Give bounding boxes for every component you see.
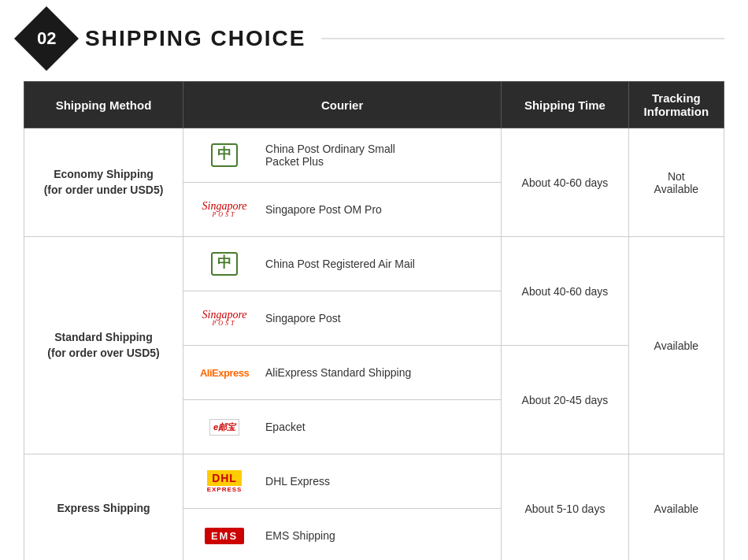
method-economy: Economy Shipping(for order under USD5) xyxy=(24,128,183,237)
col-header-courier: Courier xyxy=(183,82,502,128)
svg-text:中: 中 xyxy=(217,254,231,270)
tracking-express: Available xyxy=(628,454,724,561)
method-express: Express Shipping xyxy=(24,454,183,561)
time-standard-1: About 40-60 days xyxy=(502,237,629,346)
col-header-tracking: TrackingInformation xyxy=(628,82,724,128)
courier-name-aliexpress: AliExpress Standard Shipping xyxy=(265,366,411,379)
courier-dhl: DHL EXPRESS DHL Express xyxy=(183,454,502,509)
header-divider xyxy=(321,38,724,39)
courier-chinapost-registered: 中 China Post Registered Air Mail xyxy=(183,237,502,291)
courier-name-epacket: Epacket xyxy=(265,421,305,433)
time-standard-2: About 20-45 days xyxy=(502,346,629,454)
svg-text:中: 中 xyxy=(217,146,231,161)
courier-name-chinapost-registered: China Post Registered Air Mail xyxy=(265,258,415,270)
time-express: About 5-10 days xyxy=(502,454,629,561)
courier-name-singpost-om: Singapore Post OM Pro xyxy=(265,203,382,216)
method-standard: Standard Shipping(for order over USD5) xyxy=(24,237,183,454)
table-row: Express Shipping DHL EXPRESS DHL Express… xyxy=(24,454,724,509)
dhl-logo: DHL EXPRESS xyxy=(193,465,256,497)
courier-name-dhl: DHL Express xyxy=(265,475,330,488)
tracking-economy: NotAvailable xyxy=(628,128,724,237)
epacket-logo: e邮宝 xyxy=(193,411,256,443)
ems-logo: EMS xyxy=(193,520,256,551)
chinapost-logo-2: 中 xyxy=(193,248,256,280)
table-row: Standard Shipping(for order over USD5) 中… xyxy=(24,237,724,291)
courier-name-chinapost-ordinary: China Post Ordinary SmallPacket Plus xyxy=(265,143,395,168)
singpost-logo: Singapore POST xyxy=(193,194,256,225)
tracking-standard: Available xyxy=(628,237,724,454)
courier-singpost-om: Singapore POST Singapore Post OM Pro xyxy=(183,183,502,237)
time-economy: About 40-60 days xyxy=(502,128,629,237)
singpost-logo-2: Singapore POST xyxy=(193,302,256,334)
table-header-row: Shipping Method Courier Shipping Time Tr… xyxy=(24,82,724,128)
col-header-time: Shipping Time xyxy=(502,82,629,128)
courier-name-ems: EMS Shipping xyxy=(265,529,335,542)
page-title: SHIPPING CHOICE xyxy=(85,26,305,51)
table-row: Economy Shipping(for order under USD5) 中… xyxy=(24,128,724,183)
aliexpress-logo: AliExpress xyxy=(193,357,256,388)
courier-singpost-standard: Singapore POST Singapore Post xyxy=(183,291,502,346)
chinapost-icon-2: 中 xyxy=(209,250,240,278)
courier-ems: EMS EMS Shipping xyxy=(183,509,502,561)
col-header-method: Shipping Method xyxy=(24,82,183,128)
section-badge: 02 xyxy=(14,6,79,71)
courier-aliexpress: AliExpress AliExpress Standard Shipping xyxy=(183,346,502,400)
chinapost-icon: 中 xyxy=(209,141,240,169)
courier-epacket: e邮宝 Epacket xyxy=(183,400,502,454)
courier-chinapost-ordinary: 中 China Post Ordinary SmallPacket Plus xyxy=(183,128,502,183)
chinapost-logo: 中 xyxy=(193,139,256,171)
courier-name-singpost-standard: Singapore Post xyxy=(265,312,341,325)
page-header: 02 SHIPPING CHOICE xyxy=(24,16,724,61)
shipping-table: Shipping Method Courier Shipping Time Tr… xyxy=(24,81,724,560)
